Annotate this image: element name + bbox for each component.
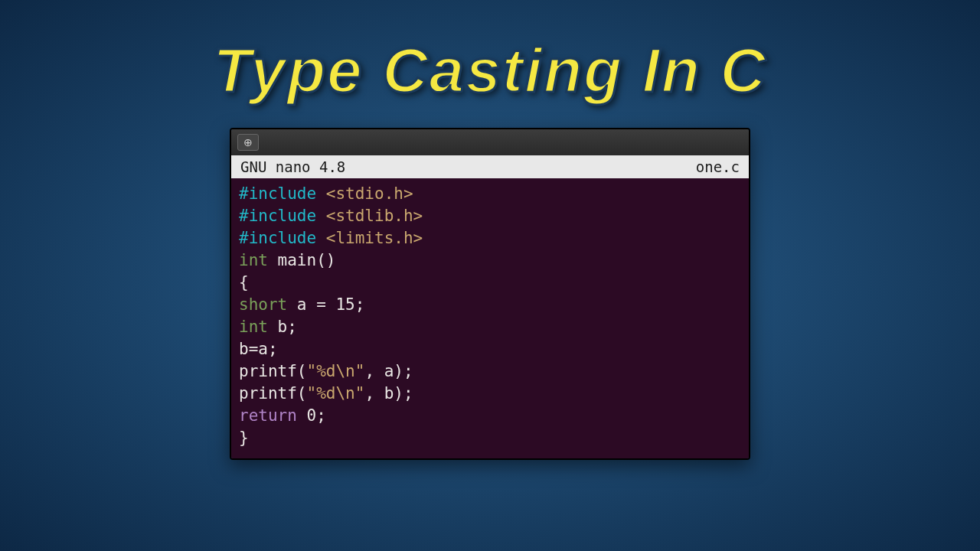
nano-header-bar: GNU nano 4.8 one.c: [231, 155, 749, 178]
new-tab-icon[interactable]: ⊕: [237, 134, 259, 151]
code-line: {: [239, 272, 741, 294]
code-line: printf("%d\n", a);: [239, 360, 741, 383]
terminal-window: ⊕ GNU nano 4.8 one.c #include <stdio.h> …: [230, 128, 750, 460]
printf-args: , a);: [364, 362, 413, 380]
filename: one.c: [696, 158, 740, 175]
brace: {: [239, 273, 249, 292]
include-keyword: #include: [239, 184, 316, 203]
code-line: int b;: [239, 316, 741, 338]
type-keyword: int: [239, 318, 268, 336]
var-decl: a = 15;: [287, 295, 364, 314]
editor-name: GNU nano 4.8: [240, 158, 345, 175]
var-decl: b;: [268, 318, 297, 336]
code-line: }: [239, 427, 741, 449]
header-name: <stdio.h>: [316, 184, 413, 203]
type-keyword: short: [239, 295, 287, 314]
include-keyword: #include: [239, 207, 316, 225]
type-keyword: int: [239, 251, 268, 269]
printf-call: printf(: [239, 384, 307, 403]
code-line: b=a;: [239, 338, 741, 360]
header-name: <limits.h>: [316, 229, 423, 247]
func-decl: main(): [268, 251, 336, 269]
string-literal: "%d\n": [307, 384, 365, 403]
printf-args: , b);: [364, 384, 413, 403]
window-titlebar: ⊕: [231, 129, 749, 155]
assignment: b=a;: [239, 340, 278, 358]
code-line: #include <limits.h>: [239, 227, 741, 249]
code-area[interactable]: #include <stdio.h> #include <stdlib.h> #…: [231, 178, 749, 458]
string-literal: "%d\n": [307, 362, 365, 380]
code-line: return 0;: [239, 405, 741, 427]
code-line: printf("%d\n", b);: [239, 383, 741, 405]
brace: }: [239, 429, 249, 447]
code-line: #include <stdio.h>: [239, 183, 741, 205]
printf-call: printf(: [239, 362, 307, 380]
return-value: 0;: [297, 406, 326, 425]
code-line: #include <stdlib.h>: [239, 205, 741, 227]
include-keyword: #include: [239, 229, 316, 247]
code-line: int main(): [239, 249, 741, 272]
code-line: short a = 15;: [239, 294, 741, 316]
page-title: Type Casting In C: [0, 34, 980, 106]
header-name: <stdlib.h>: [316, 207, 423, 225]
return-keyword: return: [239, 406, 297, 425]
